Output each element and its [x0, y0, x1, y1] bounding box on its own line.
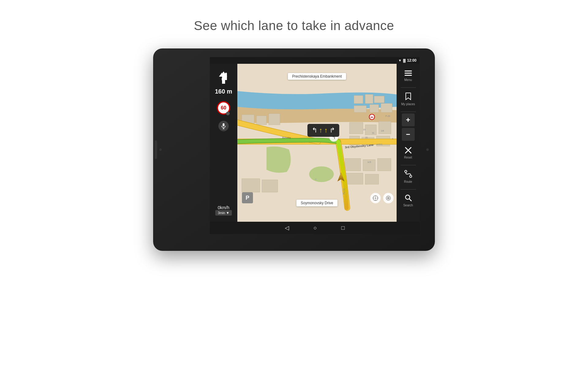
left-nav-panel: 160 m 60 0km/h 3min	[210, 64, 237, 222]
svg-rect-27	[365, 174, 379, 184]
svg-text:35: 35	[365, 136, 368, 139]
svg-point-62	[405, 171, 407, 173]
svg-rect-10	[374, 96, 384, 103]
svg-rect-18	[365, 125, 376, 135]
svg-text:вл2с1: вл2с1	[376, 143, 383, 146]
bookmark-icon	[405, 92, 411, 102]
right-nav-panel: Menu My places + −	[397, 64, 420, 222]
svg-rect-13	[381, 103, 392, 112]
svg-text:Ky Dr: Ky Dr	[342, 188, 345, 194]
reset-label: Reset	[404, 156, 412, 159]
svg-rect-15	[256, 116, 266, 125]
nav-divider-2	[401, 112, 416, 112]
svg-rect-58	[405, 73, 412, 74]
search-icon	[405, 194, 412, 203]
my-places-label: My places	[401, 102, 415, 106]
svg-rect-28	[242, 179, 260, 192]
reset-button[interactable]: Reset	[397, 144, 420, 162]
my-places-button[interactable]: My places	[397, 89, 420, 109]
svg-marker-1	[219, 72, 222, 77]
zoom-in-button[interactable]: +	[402, 113, 415, 126]
turn-distance: 160 m	[215, 88, 232, 95]
page-title: See which lane to take in advance	[194, 18, 394, 33]
svg-rect-23	[345, 159, 361, 171]
recent-apps-button[interactable]: □	[341, 225, 345, 231]
svg-point-63	[409, 175, 412, 178]
zoom-out-button[interactable]: −	[402, 128, 415, 141]
menu-icon	[405, 70, 412, 77]
battery-icon: ▓	[403, 59, 405, 62]
map-area[interactable]: ↰ 3rd Obydensky Lane Bursalny 19 31 35 1…	[237, 64, 397, 222]
svg-rect-25	[378, 159, 391, 171]
search-label: Search	[403, 204, 413, 207]
lane-arrow-right: ↱	[330, 126, 335, 134]
speed-limit-sign: 60	[217, 101, 230, 115]
system-nav-bar: ◁ ○ □	[210, 222, 420, 234]
tablet-speaker-right	[426, 148, 429, 151]
svg-line-65	[409, 199, 411, 201]
svg-text:Р-29: Р-29	[385, 115, 390, 117]
svg-point-56	[388, 198, 389, 199]
tablet-body: ▼ ▓ 12:00	[153, 48, 435, 251]
lane-arrow-straight1: ↑	[319, 126, 322, 134]
svg-text:31: 31	[372, 132, 374, 134]
route-button[interactable]: Route	[397, 167, 420, 186]
close-x-icon	[405, 147, 412, 155]
tablet-container: ▼ ▓ 12:00	[153, 48, 435, 251]
search-button[interactable]: Search	[397, 191, 420, 210]
svg-rect-3	[223, 123, 224, 126]
microphone-button[interactable]	[218, 121, 229, 131]
svg-rect-11	[354, 106, 366, 113]
tablet-speaker-left	[159, 148, 162, 151]
back-button[interactable]: ◁	[285, 224, 289, 231]
svg-rect-16	[269, 113, 280, 125]
menu-label: Menu	[404, 78, 412, 82]
street-name-bottom: Soymonovsky Drive	[296, 200, 337, 206]
parking-icon: P	[242, 192, 253, 203]
status-icons: ▼ ▓ 12:00	[398, 58, 417, 63]
svg-text:19: 19	[363, 128, 365, 131]
compass-button[interactable]	[370, 193, 381, 203]
status-bar: ▼ ▓ 12:00	[210, 57, 420, 64]
nav-divider-1	[401, 87, 416, 88]
lane-indicator: ↰ ↑ ↑ ↱	[307, 124, 339, 137]
svg-rect-19	[379, 121, 391, 134]
svg-rect-12	[370, 105, 379, 113]
svg-rect-9	[365, 94, 373, 103]
current-speed: 0km/h	[218, 205, 229, 210]
turn-indicator: 160 m	[215, 70, 232, 95]
nav-divider-4	[401, 189, 416, 190]
map-controls	[370, 193, 394, 203]
svg-rect-29	[262, 180, 278, 192]
status-time: 12:00	[407, 58, 417, 63]
svg-point-7	[309, 166, 334, 182]
turn-arrow-icon	[217, 70, 230, 87]
nav-divider-3	[401, 165, 416, 165]
route-label: Route	[404, 180, 412, 183]
svg-text:1с5: 1с5	[368, 161, 371, 163]
eta-button[interactable]: 3min ▼	[215, 210, 232, 216]
svg-text:1/6: 1/6	[381, 129, 384, 132]
svg-point-49	[375, 197, 376, 199]
lane-arrow-straight2: ↑	[324, 126, 328, 134]
lane-arrow-left: ↰	[312, 126, 317, 134]
svg-text:+: +	[315, 177, 317, 182]
home-button[interactable]: ○	[314, 225, 317, 231]
svg-text:Bursalny: Bursalny	[282, 136, 291, 139]
svg-rect-8	[354, 96, 363, 104]
svg-rect-17	[349, 123, 363, 134]
svg-text:60: 60	[371, 116, 373, 119]
speed-info: 0km/h 3min ▼	[215, 205, 232, 216]
svg-rect-59	[405, 75, 412, 76]
tablet-power-button	[155, 140, 157, 159]
street-name-top: Prechistenskaya Embankment	[288, 73, 346, 80]
svg-rect-57	[405, 71, 412, 71]
locate-button[interactable]	[383, 193, 394, 203]
svg-rect-26	[345, 173, 363, 184]
svg-text:6: 6	[392, 137, 393, 140]
wifi-icon: ▼	[398, 59, 401, 62]
tablet-screen: ▼ ▓ 12:00	[210, 57, 420, 234]
menu-button[interactable]: Menu	[397, 67, 420, 85]
route-icon	[404, 170, 412, 179]
